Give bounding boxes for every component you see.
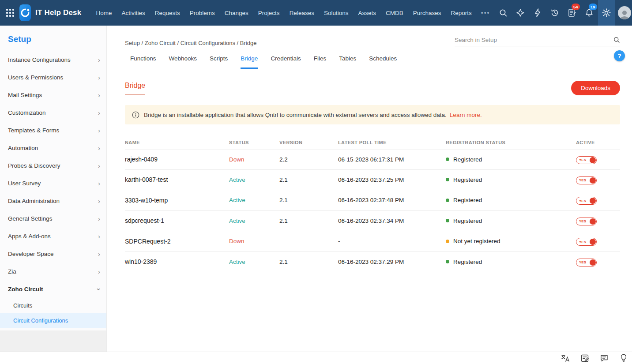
topnav-item-activities[interactable]: Activities [117,0,150,26]
toggle-knob [590,157,596,163]
help-button[interactable]: ? [614,50,625,61]
table-row: rajesh-0409Down2.206-15-2023 06:17:31 PM… [125,149,620,170]
setup-search-input[interactable] [455,37,613,43]
topnav-item-reports[interactable]: Reports [446,0,477,26]
cell-registration-status: Not yet registered [446,238,576,244]
feedback-icon[interactable] [580,353,590,363]
cell-status: Active [229,176,279,183]
active-toggle[interactable]: YES [576,259,597,266]
sidebar-item-label: Data Administration [8,198,60,204]
sidebar-item-apps-add-ons[interactable]: Apps & Add-ons› [0,227,106,245]
tab-bridge[interactable]: Bridge [241,55,258,69]
toggle-label: YES [579,178,586,182]
topnav-item-releases[interactable]: Releases [285,0,319,26]
topnav-item-solutions[interactable]: Solutions [319,0,354,26]
cell-poll-time: 06-16-2023 02:37:25 PM [338,176,446,183]
cell-poll-time: 06-16-2023 02:37:29 PM [338,259,446,265]
sidebar-item-user-survey[interactable]: User Survey› [0,174,106,192]
settings-gear-icon[interactable] [598,0,615,26]
cell-active: YES [576,155,620,164]
chevron-right-icon: › [98,162,100,169]
tab-functions[interactable]: Functions [130,55,156,69]
tab-files[interactable]: Files [314,55,327,69]
sidebar-item-users-permissions[interactable]: Users & Permissions› [0,68,106,86]
toggle-label: YES [579,199,586,203]
cell-version: 2.1 [279,176,338,183]
sidebar-item-label: Customization [8,109,46,116]
info-text: Bridge is an installable application tha… [144,112,447,118]
sidebar-item-data-administration[interactable]: Data Administration› [0,192,106,210]
app-switcher-icon[interactable] [6,5,14,20]
cell-version: 2.1 [279,259,338,265]
sidebar-item-probes-discovery[interactable]: Probes & Discovery› [0,157,106,174]
cell-version: 2.1 [279,218,338,224]
tab-schedules[interactable]: Schedules [369,55,397,69]
active-toggle[interactable]: YES [576,156,597,164]
bridge-table: NAMESTATUSVERSIONLATEST POLL TIMEREGISTR… [125,136,620,272]
app-logo[interactable] [19,4,31,21]
topnav-item-problems[interactable]: Problems [185,0,220,26]
cell-name: 3303-w10-temp [125,197,229,204]
sidebar-item-customization[interactable]: Customization› [0,104,106,121]
tab-webhooks[interactable]: Webhooks [169,55,197,69]
cell-active: YES [576,216,620,225]
info-icon [132,111,139,119]
sidebar-subitem-circuits[interactable]: Circuits [0,298,106,313]
registration-status-dot [446,199,449,202]
topnav-item-purchases[interactable]: Purchases [408,0,446,26]
sidebar-footer [0,330,106,352]
cell-registration-status: Registered [446,218,576,224]
search-icon[interactable] [495,0,512,26]
topnav-item-requests[interactable]: Requests [150,0,185,26]
quick-actions-icon[interactable] [529,0,546,26]
idea-bulb-icon[interactable] [619,353,628,363]
sidebar-subitem-circuit-configurations[interactable]: Circuit Configurations [0,313,106,328]
sidebar-item-zoho-circuit[interactable]: Zoho Circuit› [0,280,106,298]
topnav-item-assets[interactable]: Assets [353,0,381,26]
downloads-button[interactable]: Downloads [571,81,620,95]
topnav-item-projects[interactable]: Projects [253,0,285,26]
sidebar-item-templates-forms[interactable]: Templates & Forms› [0,121,106,139]
breadcrumb[interactable]: Setup / Zoho Circuit / Circuit Configura… [125,40,256,46]
column-header-version: VERSION [279,140,338,145]
sidebar-item-developer-space[interactable]: Developer Space› [0,245,106,263]
table-row: sdpcrequest-1Active2.106-16-2023 02:37:3… [125,211,620,232]
setup-tabs: FunctionsWebhooksScriptsBridgeCredential… [107,46,632,69]
sidebar-item-general-settings[interactable]: General Settings› [0,210,106,227]
chat-icon[interactable] [599,353,609,363]
sidebar-item-automation[interactable]: Automation› [0,139,106,157]
chevron-right-icon: › [98,127,100,134]
active-toggle[interactable]: YES [576,218,597,225]
active-toggle[interactable]: YES [576,238,597,246]
setup-search-icon[interactable] [613,36,620,43]
table-row: SDPCRequest-2Down-Not yet registeredYES [125,231,620,252]
cell-version: 2.2 [279,156,338,163]
tab-scripts[interactable]: Scripts [210,55,228,69]
column-header-name: NAME [125,140,229,145]
topnav-item-cmdb[interactable]: CMDB [381,0,408,26]
sidebar-title: Setup [0,26,106,51]
recent-history-icon[interactable] [546,0,564,26]
approvals-icon[interactable]: 54 [564,0,581,26]
tab-credentials[interactable]: Credentials [271,55,301,69]
notifications-icon[interactable]: 19 [581,0,598,26]
cell-poll-time: 06-15-2023 06:17:31 PM [338,156,446,163]
user-avatar[interactable] [618,6,631,19]
active-toggle[interactable]: YES [576,176,597,184]
sidebar-item-mail-settings[interactable]: Mail Settings› [0,86,106,104]
sidebar-item-instance-configurations[interactable]: Instance Configurations› [0,51,106,68]
cell-status: Active [229,259,279,265]
topnav-item-changes[interactable]: Changes [220,0,253,26]
whats-new-icon[interactable] [512,0,529,26]
cell-poll-time: 06-16-2023 02:37:34 PM [338,218,446,224]
translate-icon[interactable] [561,353,570,363]
topnav-item-home[interactable]: Home [91,0,117,26]
chevron-right-icon: › [95,288,103,290]
chevron-right-icon: › [98,56,100,64]
tab-tables[interactable]: Tables [339,55,356,69]
toggle-knob [590,218,596,225]
active-toggle[interactable]: YES [576,197,597,205]
learn-more-link[interactable]: Learn more. [450,112,482,118]
sidebar-item-zia[interactable]: Zia› [0,263,106,280]
topnav-more-button[interactable]: ••• [477,9,495,16]
